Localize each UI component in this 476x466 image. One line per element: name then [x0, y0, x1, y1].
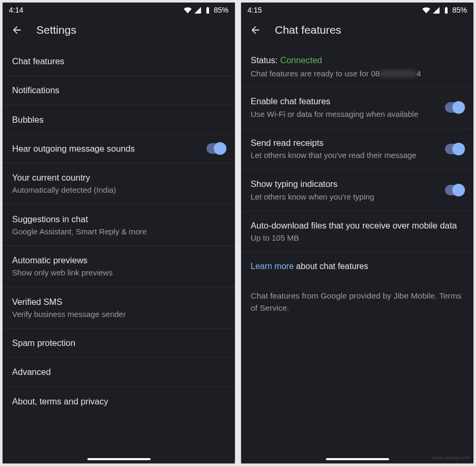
row-title: Bubbles — [12, 114, 225, 125]
row-title: Your current country — [12, 172, 225, 183]
wifi-icon — [422, 6, 430, 14]
toggle-outgoing-sounds[interactable] — [206, 143, 225, 154]
row-typing-indicators[interactable]: Show typing indicatorsLet others know wh… — [241, 170, 473, 211]
wifi-icon — [184, 6, 192, 14]
signal-icon — [432, 6, 440, 14]
chat-features-list: Enable chat featuresUse Wi-Fi or data fo… — [241, 87, 473, 463]
app-bar: Settings — [3, 16, 235, 47]
row-title: Advanced — [12, 366, 225, 378]
status-time: 4:14 — [9, 6, 23, 14]
row-sub: Google Assistant, Smart Reply & more — [12, 226, 225, 237]
row-auto-download[interactable]: Auto-download files that you receive ove… — [241, 211, 473, 253]
battery-text: 85% — [214, 6, 229, 14]
row-sub: Verify business message sender — [12, 309, 225, 320]
status-sub-hidden: XXXXXXX — [380, 68, 417, 79]
row-title: Automatic previews — [12, 254, 225, 266]
status-label: Status: — [251, 55, 277, 65]
row-title: Suggestions in chat — [12, 213, 225, 225]
nav-handle[interactable] — [326, 458, 389, 460]
row-read-receipts[interactable]: Send read receiptsLet others know that y… — [241, 128, 473, 170]
battery-icon — [442, 6, 450, 14]
toggle-enable-chat[interactable] — [445, 102, 464, 113]
learn-more-link[interactable]: Learn more — [251, 262, 294, 271]
learn-more-tail: about chat features — [294, 262, 368, 271]
row-sub: Let others know when you're typing — [251, 192, 439, 202]
status-sub: Chat features are ready to use for 08XXX… — [251, 68, 464, 79]
row-verified-sms[interactable]: Verified SMSVerify business message send… — [3, 287, 235, 329]
back-icon[interactable] — [11, 24, 23, 36]
row-sub: Let others know that you've read their m… — [251, 150, 439, 161]
phone-right: 4:15 85% Chat features Status: Connected… — [241, 2, 474, 464]
nav-handle[interactable] — [87, 458, 151, 460]
status-bar: 4:15 85% — [241, 3, 473, 16]
provider-footer: Chat features from Google provided by Ji… — [241, 281, 473, 323]
status-icons: 85% — [184, 6, 229, 14]
app-bar: Chat features — [241, 16, 473, 47]
row-about[interactable]: About, terms and privacy — [3, 387, 235, 415]
status-value: Connected — [280, 55, 322, 65]
battery-icon — [204, 6, 212, 14]
row-title: Send read receipts — [251, 137, 439, 148]
row-sub: Up to 105 MB — [251, 233, 464, 243]
connection-status: Status: Connected Chat features are read… — [241, 47, 473, 87]
row-advanced[interactable]: Advanced — [3, 358, 235, 386]
row-sub: Automatically detected (India) — [12, 185, 225, 195]
signal-icon — [194, 6, 202, 14]
status-icons: 85% — [422, 6, 467, 14]
status-bar: 4:14 85% — [3, 3, 235, 16]
row-spam[interactable]: Spam protection — [3, 329, 235, 358]
row-sub: Show only web link previews — [12, 267, 225, 278]
row-title: Notifications — [12, 84, 225, 96]
toggle-read-receipts[interactable] — [445, 144, 464, 154]
row-title: Hear outgoing message sounds — [12, 143, 200, 154]
watermark: www.deuaq.com — [432, 455, 470, 460]
row-title: Enable chat features — [251, 95, 439, 107]
learn-more-block: Learn more about chat features — [241, 252, 473, 281]
page-title: Settings — [36, 24, 76, 36]
row-country[interactable]: Your current countryAutomatically detect… — [3, 163, 235, 205]
row-outgoing-sounds[interactable]: Hear outgoing message sounds — [3, 134, 235, 163]
status-sub-prefix: Chat features are ready to use for 08 — [251, 69, 380, 78]
row-title: Show typing indicators — [251, 178, 439, 190]
row-sub: Use Wi-Fi or data for messaging when ava… — [251, 109, 439, 120]
row-title: About, terms and privacy — [12, 395, 225, 407]
row-bubbles[interactable]: Bubbles — [3, 105, 235, 134]
row-notifications[interactable]: Notifications — [3, 76, 235, 105]
row-enable-chat[interactable]: Enable chat featuresUse Wi-Fi or data fo… — [241, 87, 473, 128]
status-sub-suffix: 4 — [417, 69, 421, 78]
toggle-typing-indicators[interactable] — [445, 185, 464, 195]
row-title: Chat features — [12, 55, 225, 67]
row-previews[interactable]: Automatic previewsShow only web link pre… — [3, 246, 235, 287]
row-title: Spam protection — [12, 337, 225, 349]
battery-text: 85% — [452, 6, 467, 14]
settings-list: Chat features Notifications Bubbles Hear… — [3, 47, 235, 463]
back-icon[interactable] — [250, 24, 261, 36]
row-chat-features[interactable]: Chat features — [3, 47, 235, 76]
row-title: Auto-download files that you receive ove… — [251, 220, 464, 231]
row-title: Verified SMS — [12, 296, 225, 308]
phone-left: 4:14 85% Settings Chat features Notifica… — [2, 2, 235, 464]
row-suggestions[interactable]: Suggestions in chatGoogle Assistant, Sma… — [3, 205, 235, 246]
status-time: 4:15 — [247, 6, 262, 14]
page-title: Chat features — [275, 24, 341, 36]
